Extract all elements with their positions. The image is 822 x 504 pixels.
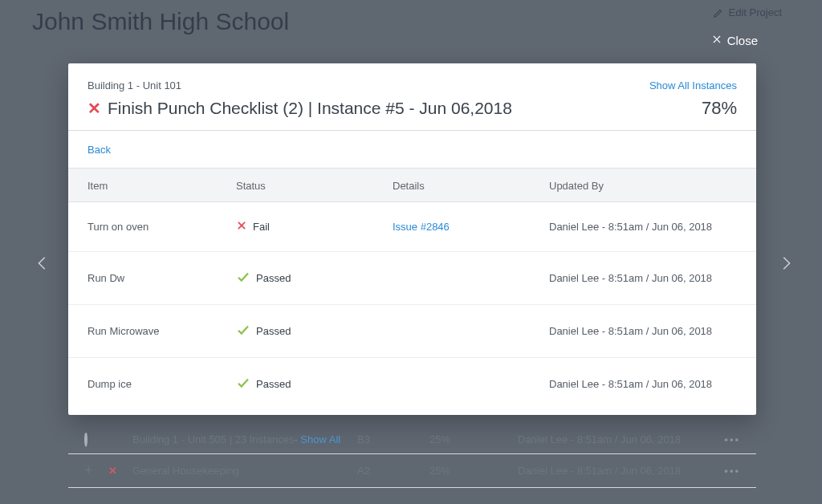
plus-icon[interactable]: + [84, 462, 108, 479]
bg-row-pct: 25% [429, 465, 518, 477]
table-row[interactable]: + ✕ General Housekeeping A2 25% Daniel L… [68, 454, 756, 488]
completion-percent: 78% [702, 98, 737, 119]
status-label: Passed [256, 325, 291, 337]
col-status: Status [236, 180, 393, 192]
close-icon [711, 34, 722, 47]
bg-row-code: B3 [357, 433, 429, 445]
table-row[interactable]: Run MicrowavePassedDaniel Lee - 8:51am /… [68, 305, 756, 358]
close-button[interactable]: Close [711, 34, 758, 47]
status-fail-icon: ✕ [108, 465, 132, 477]
status-label: Passed [256, 272, 291, 284]
table-row[interactable]: Dump icePassedDaniel Lee - 8:51am / Jun … [68, 358, 756, 410]
checklist-modal: Show All Instances Building 1 - Unit 101… [68, 63, 756, 415]
cell-item: Turn on oven [87, 221, 236, 233]
cell-item: Run Microwave [87, 325, 236, 337]
table-row[interactable]: Building 1 - Unit 505 | 23 Instances - S… [68, 425, 756, 454]
back-link[interactable]: Back [87, 144, 111, 156]
breadcrumb: Building 1 - Unit 101 [87, 79, 737, 91]
show-all-instances-link[interactable]: Show All Instances [649, 79, 737, 91]
table-row[interactable]: Run DwPassedDaniel Lee - 8:51am / Jun 06… [68, 252, 756, 305]
more-icon[interactable]: ••• [708, 465, 740, 477]
status-label: Fail [253, 221, 270, 233]
next-arrow[interactable] [777, 254, 795, 272]
status-fail-icon: ✕ [87, 100, 101, 116]
status-label: Passed [256, 378, 291, 390]
col-item: Item [87, 180, 236, 192]
background-rows: Building 1 - Unit 505 | 23 Instances - S… [68, 425, 756, 488]
bg-row-code: A2 [357, 465, 429, 477]
bg-row-updated: Daniel Lee - 8:51am / Jun 06, 2018 [518, 433, 708, 445]
modal-header: Show All Instances Building 1 - Unit 101… [68, 63, 756, 130]
bg-row-name: General Housekeeping [132, 465, 357, 477]
cell-status: Passed [236, 323, 393, 339]
col-details: Details [393, 180, 549, 192]
cell-updated: Daniel Lee - 8:51am / Jun 06, 2018 [549, 221, 737, 233]
close-label: Close [727, 34, 758, 47]
cell-updated: Daniel Lee - 8:51am / Jun 06, 2018 [549, 325, 737, 337]
bg-row-updated: Daniel Lee - 8:51am / Jun 06, 2018 [518, 465, 708, 477]
loading-icon [84, 432, 87, 447]
cell-status: Passed [236, 376, 393, 392]
table-header: Item Status Details Updated By [68, 168, 756, 202]
check-icon [236, 323, 250, 339]
fail-icon [236, 220, 247, 234]
col-updated: Updated By [549, 180, 737, 192]
prev-arrow[interactable] [34, 254, 51, 272]
cell-updated: Daniel Lee - 8:51am / Jun 06, 2018 [549, 378, 737, 390]
bg-row-pct: 25% [429, 433, 518, 445]
check-icon [236, 376, 250, 392]
modal-title: Finish Punch Checklist (2) | Instance #5… [108, 99, 512, 118]
check-icon [236, 270, 250, 287]
bg-row-showall[interactable]: - Show All [294, 433, 340, 445]
table-body: Turn on ovenFailIssue #2846Daniel Lee - … [68, 202, 756, 410]
cell-details[interactable]: Issue #2846 [393, 221, 549, 233]
bg-row-name: Building 1 - Unit 505 | 23 Instances [132, 433, 294, 445]
table-row[interactable]: Turn on ovenFailIssue #2846Daniel Lee - … [68, 202, 756, 252]
cell-status: Fail [236, 220, 393, 234]
cell-updated: Daniel Lee - 8:51am / Jun 06, 2018 [549, 272, 737, 284]
cell-item: Run Dw [87, 272, 236, 284]
cell-status: Passed [236, 270, 393, 287]
cell-item: Dump ice [87, 378, 236, 390]
more-icon[interactable]: ••• [708, 433, 740, 445]
